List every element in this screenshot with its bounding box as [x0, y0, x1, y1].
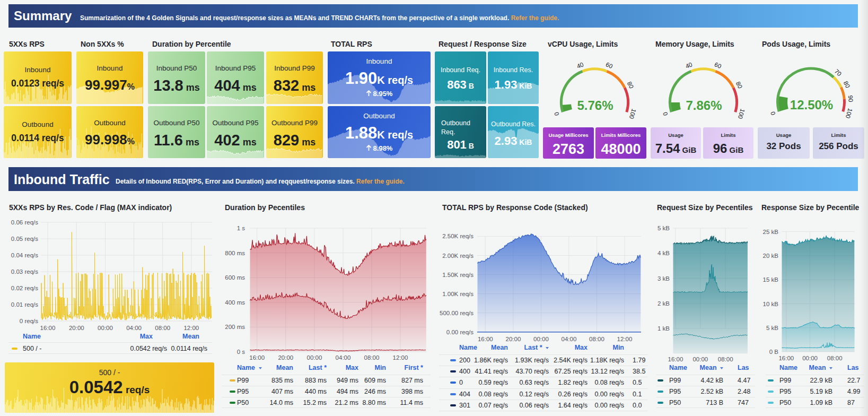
svg-text:600 ms: 600 ms	[225, 274, 245, 281]
svg-text:1 s: 1 s	[237, 225, 246, 231]
svg-text:00:00: 00:00	[307, 354, 322, 361]
svg-text:800 ms: 800 ms	[225, 250, 245, 256]
svg-text:4 kB: 4 kB	[657, 250, 670, 256]
svg-text:16:00: 16:00	[249, 354, 265, 361]
svg-text:20:00: 20:00	[506, 336, 521, 342]
svg-text:500.00 req/s: 500.00 req/s	[440, 310, 474, 316]
svg-text:0.05 req/s: 0.05 req/s	[11, 236, 38, 242]
svg-text:0.01 req/s: 0.01 req/s	[11, 301, 38, 308]
svg-text:04:00: 04:00	[336, 354, 351, 361]
svg-text:08:00: 08:00	[589, 336, 604, 342]
svg-text:80: 80	[626, 81, 635, 90]
svg-text:10 kB: 10 kB	[763, 301, 779, 307]
svg-text:25 kB: 25 kB	[763, 229, 779, 235]
svg-text:7.86%: 7.86%	[686, 98, 722, 112]
svg-text:1 kB: 1 kB	[657, 325, 670, 332]
svg-text:04:00: 04:00	[562, 336, 577, 342]
svg-text:90: 90	[847, 95, 854, 102]
svg-text:400 ms: 400 ms	[225, 299, 245, 306]
svg-text:2.00K req/s: 2.00K req/s	[442, 253, 474, 259]
svg-text:0: 0	[769, 111, 776, 116]
svg-text:80: 80	[843, 80, 851, 89]
svg-text:0.06 req/s: 0.06 req/s	[11, 219, 38, 226]
svg-text:0 B: 0 B	[769, 349, 779, 355]
svg-text:0.00 req/s: 0.00 req/s	[446, 329, 474, 335]
svg-text:0: 0	[553, 111, 560, 117]
svg-text:20:00: 20:00	[278, 354, 293, 361]
svg-text:0.02 req/s: 0.02 req/s	[11, 285, 38, 291]
svg-text:00:00: 00:00	[802, 355, 818, 361]
svg-text:40: 40	[685, 61, 693, 70]
svg-text:04:00: 04:00	[126, 325, 142, 331]
svg-text:00:00: 00:00	[98, 325, 113, 331]
svg-text:20:00: 20:00	[69, 325, 84, 331]
svg-text:0: 0	[662, 111, 669, 117]
svg-text:100: 100	[845, 108, 854, 119]
svg-text:16:00: 16:00	[668, 356, 683, 362]
svg-text:5 kB: 5 kB	[766, 325, 778, 331]
svg-text:12:00: 12:00	[617, 336, 633, 342]
svg-text:100: 100	[628, 108, 637, 120]
svg-text:100: 100	[737, 108, 746, 120]
svg-text:1.50K req/s: 1.50K req/s	[442, 272, 474, 278]
svg-text:00:00: 00:00	[533, 336, 549, 342]
svg-text:20 kB: 20 kB	[763, 253, 779, 259]
svg-text:1.00K req/s: 1.00K req/s	[442, 291, 474, 297]
svg-text:16:00: 16:00	[478, 336, 493, 342]
svg-text:15 kB: 15 kB	[763, 276, 779, 283]
svg-text:3 kB: 3 kB	[657, 275, 670, 282]
svg-text:12:00: 12:00	[183, 325, 199, 331]
svg-text:0.03 req/s: 0.03 req/s	[11, 268, 38, 275]
svg-text:5.76%: 5.76%	[577, 98, 613, 112]
svg-text:60: 60	[605, 61, 613, 70]
svg-text:16:00: 16:00	[40, 325, 56, 331]
svg-text:2 kB: 2 kB	[657, 300, 670, 307]
svg-text:40: 40	[576, 61, 584, 70]
svg-text:60: 60	[714, 61, 722, 70]
svg-text:80: 80	[735, 81, 743, 90]
svg-text:08:00: 08:00	[364, 354, 380, 361]
svg-text:5 kB: 5 kB	[657, 225, 670, 231]
svg-text:200 ms: 200 ms	[225, 324, 245, 330]
svg-text:0.04 req/s: 0.04 req/s	[11, 252, 38, 258]
svg-text:0 s: 0 s	[237, 349, 246, 355]
svg-text:00:00: 00:00	[692, 356, 708, 362]
svg-text:08:00: 08:00	[155, 325, 170, 331]
svg-text:70: 70	[834, 68, 843, 77]
svg-text:16:00: 16:00	[778, 355, 794, 361]
svg-text:08:00: 08:00	[718, 356, 733, 362]
svg-text:08:00: 08:00	[827, 355, 843, 361]
svg-text:12:00: 12:00	[393, 354, 408, 361]
svg-text:0 req/s: 0 req/s	[20, 318, 38, 324]
svg-text:2.50K req/s: 2.50K req/s	[442, 233, 474, 239]
svg-text:12.50%: 12.50%	[790, 98, 833, 112]
